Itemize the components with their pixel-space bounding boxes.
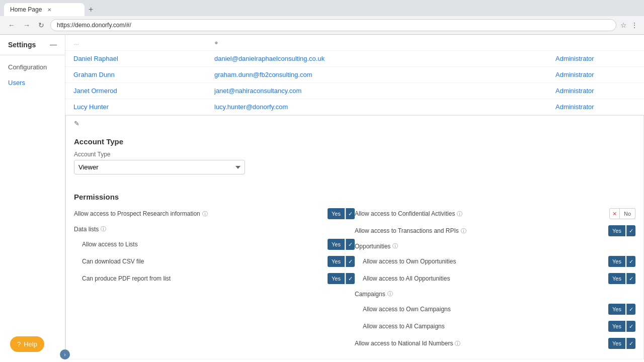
table-row[interactable]: Graham Dunn graham.dunn@fb2consulting.co…	[65, 67, 644, 83]
permission-label: Allow access to Prospect Research inform…	[74, 210, 208, 218]
user-role: Administrator	[555, 55, 636, 62]
toggle-yes-button[interactable]: Yes	[608, 256, 625, 267]
info-icon[interactable]: ⓘ	[455, 340, 460, 347]
menu-button[interactable]: ⋮	[631, 21, 638, 29]
permission-row: Allow access to Prospect Research inform…	[74, 206, 355, 221]
user-email[interactable]: lucy.hunter@donorfy.com	[214, 103, 555, 111]
toggle-check-button[interactable]: ✓	[626, 321, 635, 332]
account-type-label: Account Type	[74, 151, 635, 158]
panel-edit-icon[interactable]: ✎	[66, 116, 643, 131]
toggle-check-button[interactable]: ✓	[346, 239, 355, 250]
sidebar-item-users[interactable]: Users	[0, 75, 65, 90]
toggle-check-button[interactable]: ✓	[626, 338, 635, 349]
users-top-list: ... ● Daniel Raphael daniel@danielraphae…	[65, 35, 644, 115]
permission-row-opportunities: Opportunities ⓘ	[355, 240, 635, 252]
table-row[interactable]: Lucy Hunter lucy.hunter@donorfy.com Admi…	[65, 99, 644, 115]
active-tab[interactable]: Home Page ✕	[4, 3, 85, 16]
toggle-yes-button[interactable]: Yes	[608, 338, 625, 349]
toggle-yes-button[interactable]: Yes	[608, 304, 625, 315]
user-email[interactable]: janet@nahiraconsultancy.com	[214, 87, 555, 95]
table-row[interactable]: Daniel Raphael daniel@danielraphaelconsu…	[65, 51, 644, 67]
sidebar-collapse-icon[interactable]: —	[50, 41, 57, 49]
toggle-yes-group[interactable]: Yes ✓	[608, 338, 635, 349]
url-input[interactable]	[50, 19, 616, 31]
user-role: Administrator	[555, 71, 636, 78]
toggle-yes-button[interactable]: Yes	[608, 321, 625, 332]
user-name[interactable]: Lucy Hunter	[73, 103, 214, 111]
toggle-yes-group[interactable]: Yes ✓	[608, 304, 635, 315]
info-icon[interactable]: ⓘ	[387, 290, 393, 298]
permission-label: Allow access to Lists	[82, 241, 138, 248]
toggle-check-button[interactable]: ✓	[346, 256, 355, 267]
tab-close-button[interactable]: ✕	[46, 6, 53, 13]
toggle-yes-group[interactable]: Yes ✓	[608, 321, 635, 332]
user-name[interactable]: Graham Dunn	[73, 71, 214, 78]
user-email[interactable]: graham.dunn@fb2consulting.com	[214, 71, 555, 78]
toggle-check-button[interactable]: ✓	[626, 225, 635, 236]
toggle-yes-button[interactable]: Yes	[328, 208, 345, 219]
permission-row: Allow access to Transactions and RPIs ⓘ …	[355, 223, 635, 238]
toggle-yes-button[interactable]: Yes	[328, 239, 345, 250]
toggle-check-button[interactable]: ✓	[346, 273, 355, 284]
forward-button[interactable]: →	[21, 20, 32, 30]
permission-row-campaigns: Campaigns ⓘ	[355, 288, 635, 300]
permissions-section: Permissions Allow access to Prospect Res…	[66, 187, 643, 359]
toggle-yes-button[interactable]: Yes	[328, 273, 345, 284]
toggle-x-button[interactable]: ✕	[609, 208, 620, 219]
permission-row-data-lists: Data lists ⓘ	[74, 223, 355, 235]
permission-label: Can download CSV file	[82, 258, 144, 265]
toggle-check-button[interactable]: ✓	[346, 208, 355, 219]
permissions-right-col: Allow access to Confidential Activities …	[355, 206, 635, 353]
toggle-yes-button[interactable]: Yes	[608, 225, 625, 236]
bookmark-button[interactable]: ☆	[620, 21, 627, 29]
help-label: Help	[24, 340, 37, 348]
expanded-panel: ✎ Account Type Account Type Viewer Stand…	[65, 115, 644, 359]
account-type-form-group: Account Type Viewer Standard Administrat…	[74, 151, 635, 174]
table-row[interactable]: Janet Ormerod janet@nahiraconsultancy.co…	[65, 83, 644, 99]
user-email: ●	[214, 39, 636, 46]
toggle-check-button[interactable]: ✓	[626, 304, 635, 315]
sidebar-title: Settings	[8, 41, 36, 49]
info-icon[interactable]: ⓘ	[457, 210, 462, 218]
new-tab-button[interactable]: +	[85, 3, 97, 16]
permission-row: Can produce PDF report from list Yes ✓	[74, 271, 355, 286]
account-type-title: Account Type	[74, 137, 635, 146]
app-layout: Settings — Configuration Users › ... ●	[0, 35, 644, 359]
permissions-title: Permissions	[74, 193, 635, 201]
toggle-check-button[interactable]: ✓	[626, 256, 635, 267]
sidebar-expand-button[interactable]: ›	[60, 349, 70, 359]
toggle-yes-button[interactable]: Yes	[328, 256, 345, 267]
info-icon[interactable]: ⓘ	[392, 242, 398, 250]
help-button[interactable]: ? Help	[10, 336, 44, 352]
back-button[interactable]: ←	[6, 20, 17, 30]
sidebar-item-configuration[interactable]: Configuration	[0, 59, 65, 75]
table-row[interactable]: ... ●	[65, 35, 644, 51]
toggle-yes-group[interactable]: Yes ✓	[608, 225, 635, 236]
info-icon[interactable]: ⓘ	[202, 210, 208, 218]
browser-chrome: Home Page ✕ + ← → ↻ ☆ ⋮	[0, 0, 644, 35]
toggle-yes-group[interactable]: Yes ✓	[328, 239, 355, 250]
sidebar-header: Settings —	[0, 35, 65, 55]
toggle-yes-group[interactable]: Yes ✓	[608, 273, 635, 284]
toggle-yes-group[interactable]: Yes ✓	[328, 208, 355, 219]
toggle-yes-group[interactable]: Yes ✓	[328, 256, 355, 267]
toggle-yes-group[interactable]: Yes ✓	[328, 273, 355, 284]
toggle-check-button[interactable]: ✓	[626, 273, 635, 284]
permission-row: Allow access to Lists Yes ✓	[74, 237, 355, 252]
user-email[interactable]: daniel@danielraphaelconsulting.co.uk	[214, 55, 555, 62]
help-icon: ?	[17, 340, 21, 348]
permission-row: Allow access to National Id Numbers ⓘ Ye…	[355, 336, 635, 351]
info-icon[interactable]: ⓘ	[101, 225, 106, 233]
info-icon[interactable]: ⓘ	[461, 227, 466, 235]
toggle-yes-button[interactable]: Yes	[608, 273, 625, 284]
toggle-yes-group[interactable]: Yes ✓	[608, 256, 635, 267]
toggle-no-group[interactable]: ✕ No	[609, 208, 635, 219]
permission-label: Opportunities ⓘ	[355, 242, 398, 250]
user-name[interactable]: Janet Ormerod	[73, 87, 214, 95]
account-type-select[interactable]: Viewer Standard Administrator	[74, 160, 245, 174]
toggle-no-button[interactable]: No	[620, 208, 635, 219]
user-role: Administrator	[555, 103, 636, 111]
reload-button[interactable]: ↻	[36, 20, 46, 30]
user-name[interactable]: Daniel Raphael	[73, 55, 214, 62]
permission-label: Can produce PDF report from list	[82, 275, 171, 282]
